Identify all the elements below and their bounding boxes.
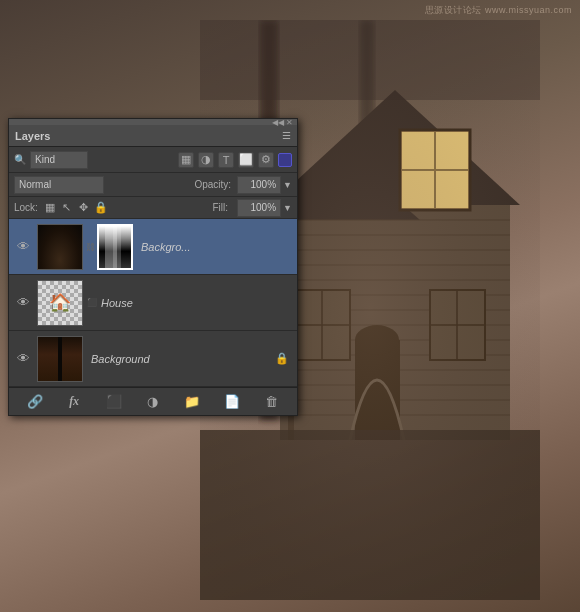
lock-move-icon[interactable]: ✥ [77, 201, 91, 215]
layer-mask-backgro [97, 224, 133, 270]
layer-lock-icon: 🔒 [275, 352, 293, 365]
lock-icons-group: ▦ ↖ ✥ 🔒 [43, 201, 108, 215]
layer-thumb-house-icon: 🏠 [49, 292, 71, 314]
panel-header-menu[interactable]: ☰ [282, 130, 291, 141]
opacity-label: Opacity: [194, 179, 231, 190]
filter-smart-icon[interactable]: ⚙ [258, 152, 274, 168]
layer-thumb-wrap-background [37, 336, 83, 382]
layer-row-house[interactable]: 👁 🏠 ⬛ House [9, 275, 297, 331]
lock-cursor-icon[interactable]: ↖ [60, 201, 74, 215]
layer-thumb-image [38, 225, 82, 269]
layers-list: 👁 ⛓ Backgro... 👁 🏠 ⬛ [9, 219, 297, 387]
filter-toggle[interactable] [278, 153, 292, 167]
blend-row: Normal Opacity: 100% ▼ [9, 173, 297, 197]
layer-visibility-backgro[interactable]: 👁 [13, 239, 33, 254]
layer-thumb-wrap-backgro: ⛓ [37, 224, 133, 270]
layer-thumb-forest [38, 337, 82, 381]
panel-footer: 🔗 fx ⬛ ◑ 📁 📄 🗑 [9, 387, 297, 415]
layer-name-background: Background [87, 353, 275, 365]
filter-adjust-icon[interactable]: ◑ [198, 152, 214, 168]
filter-row: 🔍 Kind ▦ ◑ T ⬜ ⚙ [9, 147, 297, 173]
lock-all-icon[interactable]: 🔒 [94, 201, 108, 215]
filter-kind-dropdown[interactable]: Kind [30, 151, 88, 169]
layer-row-backgro[interactable]: 👁 ⛓ Backgro... [9, 219, 297, 275]
footer-link-btn[interactable]: 🔗 [23, 391, 47, 413]
svg-rect-35 [200, 20, 540, 100]
panel-collapse-icon[interactable]: ◀◀ [272, 118, 284, 127]
footer-fx-btn[interactable]: fx [62, 391, 86, 413]
filter-type-icons: ▦ ◑ T ⬜ ⚙ [178, 152, 292, 168]
footer-trash-btn[interactable]: 🗑 [259, 391, 283, 413]
layer-visibility-background[interactable]: 👁 [13, 351, 33, 366]
lock-row: Lock: ▦ ↖ ✥ 🔒 Fill: ▼ [9, 197, 297, 219]
layer-row-background[interactable]: 👁 Background 🔒 [9, 331, 297, 387]
layer-name-backgro: Backgro... [137, 241, 293, 253]
filter-pixel-icon[interactable]: ▦ [178, 152, 194, 168]
layer-thumb-wrap-house: 🏠 [37, 280, 83, 326]
filter-search-icon: 🔍 [14, 154, 26, 165]
layer-mask-image [99, 226, 131, 268]
footer-adjustment-btn[interactable]: ◑ [141, 391, 165, 413]
layer-link-backgro: ⛓ [85, 242, 95, 252]
layer-smart-icon: ⬛ [87, 298, 97, 307]
watermark: 思源设计论坛 www.missyuan.com [425, 4, 572, 17]
panel-header: Layers ☰ [9, 125, 297, 147]
blend-mode-dropdown[interactable]: Normal [14, 176, 104, 194]
filter-shape-icon[interactable]: ⬜ [238, 152, 254, 168]
panel-menu-icon[interactable]: ☰ [282, 130, 291, 141]
fill-arrow[interactable]: ▼ [283, 203, 292, 213]
fill-label: Fill: [213, 202, 229, 213]
layer-thumb-house: 🏠 [37, 280, 83, 326]
panel-close-icon[interactable]: ✕ [286, 118, 293, 127]
footer-folder-btn[interactable]: 📁 [180, 391, 204, 413]
layer-visibility-house[interactable]: 👁 [13, 295, 33, 310]
filter-text-icon[interactable]: T [218, 152, 234, 168]
lock-label: Lock: [14, 202, 38, 213]
footer-mask-btn[interactable]: ⬛ [102, 391, 126, 413]
layer-name-house: House [97, 297, 293, 309]
opacity-input[interactable]: 100% [237, 176, 281, 194]
lock-pixel-icon[interactable]: ▦ [43, 201, 57, 215]
layer-thumb-backgro [37, 224, 83, 270]
panel-title: Layers [15, 130, 50, 142]
layers-panel: ◀◀ ✕ Layers ☰ 🔍 Kind ▦ ◑ T ⬜ ⚙ Normal Op… [8, 118, 298, 416]
opacity-arrow[interactable]: ▼ [283, 180, 292, 190]
layer-thumb-background [37, 336, 83, 382]
fill-input[interactable] [237, 199, 281, 217]
footer-newlayer-btn[interactable]: 📄 [220, 391, 244, 413]
